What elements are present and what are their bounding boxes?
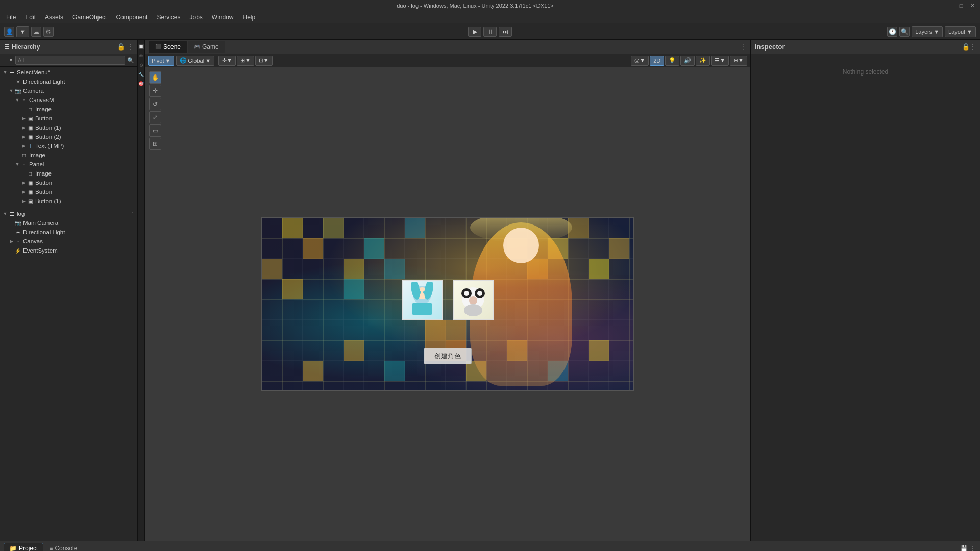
menu-gameobject[interactable]: GameObject <box>68 13 111 22</box>
hierarchy-directional-light[interactable]: ☀ Directional Light <box>6 77 137 86</box>
gizmo-3[interactable]: ⚙ <box>139 63 143 68</box>
tab-console[interactable]: ≡ Console <box>44 543 82 552</box>
play-button[interactable]: ▶ <box>468 27 481 37</box>
panel-btn2-label: Button <box>35 189 52 195</box>
gizmo-2[interactable]: 👁 <box>139 54 143 59</box>
menu-services[interactable]: Services <box>153 13 184 22</box>
character-img-1[interactable] <box>402 280 443 320</box>
move-tool[interactable]: ✛▼ <box>218 56 236 66</box>
hierarchy-panel-btn2[interactable]: ▶ ▣ Button <box>18 187 137 196</box>
hierarchy-panel[interactable]: ▼ ▫ Panel <box>12 160 137 169</box>
gizmo-1[interactable]: 🔲 <box>139 44 144 49</box>
account-dropdown[interactable]: ▼ <box>16 26 29 37</box>
hierarchy-dir-light2[interactable]: ☀ Directional Light <box>6 228 137 237</box>
hierarchy-add-arrow[interactable]: ▼ <box>9 58 13 63</box>
bottom-panel: 📁 Project ≡ Console 💾 ⋮ + ★ ▶ ★ Favorite… <box>0 541 980 551</box>
event-sys-icon: ⚡ <box>14 247 21 254</box>
panel-icon: ▫ <box>20 161 28 168</box>
rotate-tool[interactable]: ↺ <box>149 98 161 110</box>
gizmos-toggle[interactable]: ⊕▼ <box>730 56 747 66</box>
minimize-button[interactable]: ─ <box>946 2 953 9</box>
bottom-menu-icon[interactable]: ⋮ <box>970 545 976 552</box>
menu-assets[interactable]: Assets <box>41 13 67 22</box>
hierarchy-lock-icon[interactable]: 🔓 <box>117 43 125 51</box>
cloud-icon[interactable]: ☁ <box>31 27 41 37</box>
hand-tool[interactable]: ✋ <box>149 71 161 84</box>
hierarchy-panel-btn1[interactable]: ▶ ▣ Button <box>18 178 137 187</box>
rect-tool[interactable]: ▭ <box>149 124 161 137</box>
search-icon[interactable]: 🔍 <box>899 27 910 37</box>
scene-extra-menu[interactable]: ⋮ <box>740 43 746 51</box>
gizmo-5[interactable]: 🎯 <box>138 81 144 86</box>
layout-dropdown[interactable]: Layout ▼ <box>945 26 976 37</box>
hierarchy-menu-icon[interactable]: ⋮ <box>127 43 133 51</box>
hierarchy-camera[interactable]: ▼ 📷 Camera <box>6 86 137 95</box>
camera-label: Camera <box>23 88 44 94</box>
hierarchy-button3[interactable]: ▶ ▣ Button (2) <box>18 132 137 141</box>
hierarchy-scene-root[interactable]: ▼ ☰ SelectMenu* <box>0 68 137 77</box>
canvas-icon: ▫ <box>20 96 28 104</box>
svg-rect-6 <box>344 259 364 279</box>
history-icon[interactable]: 🕐 <box>887 27 897 37</box>
hierarchy-add-button[interactable]: + <box>3 57 7 64</box>
render-mode[interactable]: ◎▼ <box>631 56 649 66</box>
menu-help[interactable]: Help <box>239 13 260 22</box>
hierarchy-canvas-m[interactable]: ▼ ▫ CanvasM <box>12 95 137 105</box>
step-button[interactable]: ⏭ <box>499 27 512 37</box>
hierarchy-search-input[interactable] <box>15 56 125 65</box>
layers-dropdown[interactable]: Layers ▼ <box>912 26 943 37</box>
scene-overlay[interactable]: ☰▼ <box>711 56 729 66</box>
2d-toggle[interactable]: 2D <box>650 56 664 66</box>
menu-window[interactable]: Window <box>208 13 238 22</box>
hierarchy-canvas[interactable]: ▶ ▫ Canvas <box>6 237 137 246</box>
tab-project[interactable]: 📁 Project <box>4 543 43 552</box>
audio-toggle[interactable]: 🔊 <box>680 56 695 66</box>
inspector-menu-icon[interactable]: ⋮ <box>970 43 976 51</box>
button3-icon: ▣ <box>27 133 34 140</box>
button3-arrow: ▶ <box>20 134 27 140</box>
pause-button[interactable]: ⏸ <box>483 27 497 37</box>
create-character-button[interactable]: 创建角色 <box>424 348 472 364</box>
maximize-button[interactable]: □ <box>958 2 965 9</box>
hierarchy-button2[interactable]: ▶ ▣ Button (1) <box>18 123 137 132</box>
snap-tool[interactable]: ⊡▼ <box>255 56 273 66</box>
transform-tool[interactable]: ⊞ <box>149 138 161 150</box>
window-controls[interactable]: ─ □ ✕ <box>946 2 976 9</box>
hierarchy-event-system[interactable]: ⚡ EventSystem <box>6 246 137 255</box>
hierarchy-panel-btn3[interactable]: ▶ ▣ Button (1) <box>18 196 137 206</box>
bottom-save-icon[interactable]: 💾 <box>960 545 968 552</box>
menu-file[interactable]: File <box>2 13 20 22</box>
menu-component[interactable]: Component <box>112 13 152 22</box>
hierarchy-image1[interactable]: □ Image <box>18 105 137 114</box>
scene-viewport[interactable]: ✋ ✛ ↺ ⤢ ▭ ⊞ <box>145 67 750 541</box>
hierarchy-collapse-icon[interactable]: ☰ <box>4 43 10 51</box>
hierarchy-image2[interactable]: □ Image <box>12 151 137 160</box>
inspector-lock-icon[interactable]: 🔓 <box>962 43 970 51</box>
translate-tool[interactable]: ✛ <box>149 85 161 97</box>
hierarchy-main-camera[interactable]: 📷 Main Camera <box>6 218 137 228</box>
fx-toggle[interactable]: ✨ <box>696 56 710 66</box>
global-button[interactable]: 🌐 Global ▼ <box>176 56 214 66</box>
hierarchy-log-scene[interactable]: ▼ ☰ log ⋮ <box>0 209 137 218</box>
close-button[interactable]: ✕ <box>969 2 976 9</box>
hierarchy-panel-image[interactable]: □ Image <box>18 169 137 178</box>
tab-scene[interactable]: ⬛ Scene <box>149 41 187 53</box>
global-label: Global <box>188 58 204 64</box>
log-scene-menu[interactable]: ⋮ <box>130 211 137 217</box>
account-icon[interactable]: 👤 <box>4 27 14 37</box>
menu-jobs[interactable]: Jobs <box>185 13 206 22</box>
menu-edit[interactable]: Edit <box>21 13 40 22</box>
pivot-button[interactable]: Pivot ▼ <box>148 56 174 66</box>
button1-icon: ▣ <box>27 115 34 122</box>
character-img-2[interactable] <box>453 280 494 320</box>
tab-game[interactable]: 🎮 Game <box>188 41 225 53</box>
text-tmp-icon: T <box>27 142 34 149</box>
scale-tool[interactable]: ⤢ <box>149 111 161 123</box>
grid-tool[interactable]: ⊞▼ <box>237 56 254 66</box>
hierarchy-button1[interactable]: ▶ ▣ Button <box>18 114 137 123</box>
hierarchy-header: ☰ Hierarchy 🔓 ⋮ <box>0 40 137 54</box>
hierarchy-text-tmp[interactable]: ▶ T Text (TMP) <box>18 141 137 151</box>
settings-icon[interactable]: ⚙ <box>43 27 54 37</box>
light-toggle[interactable]: 💡 <box>665 56 679 66</box>
gizmo-4[interactable]: 🔧 <box>138 72 144 77</box>
